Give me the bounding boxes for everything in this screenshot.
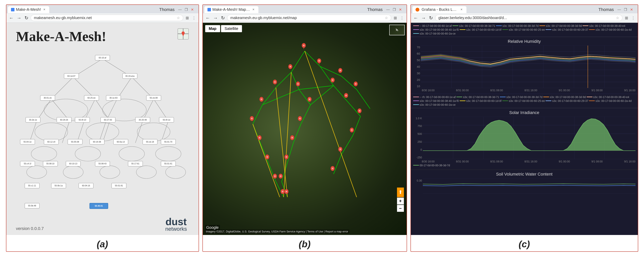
svg-line-8 [73,77,95,99]
tab-close-b[interactable]: × [252,7,255,12]
address-bar-a[interactable]: makeamesh.eu-gb.mybluemix.net ☆ [31,15,183,21]
svg-rect-53 [26,117,40,122]
bookmark-icon-b[interactable]: ⊞ [393,15,398,21]
grafana-legend-mid: -- rh: 00-17-0d-00-00-60-1e-af s3x: 00-1… [411,94,638,108]
browser-chrome-b: Make-A-Mesh! Map - 3l... × Thomas — ❐ ✕ … [203,5,407,23]
svg-rect-61 [135,117,150,122]
maximize-btn-a[interactable]: ❐ [184,7,189,12]
legend-mid-0: -- rh: 00-17-0d-00-00-60-1e-af [413,96,456,98]
back-btn-a[interactable]: ← [8,14,14,22]
tab-b[interactable]: Make-A-Mesh! Map - 3l... × [204,6,258,13]
legend-label-0: -- 00-17-0d-00-00-60-1e-af [420,24,452,28]
forward-btn-c[interactable]: → [420,14,427,22]
svg-rect-75 [142,139,157,144]
svg-text:55-0f-1d: 55-0f-1d [163,119,170,121]
svg-text:60-27-93: 60-27-93 [104,119,112,121]
svg-line-5 [73,59,102,77]
address-bar-c[interactable]: glaser.berkeley.edu:3000/dashboard/d... … [435,15,622,21]
svg-point-136 [303,44,304,46]
legend-color-0 [413,26,419,26]
svg-point-158 [260,98,262,100]
close-btn-c[interactable]: ✕ [629,7,634,12]
svg-rect-95 [78,183,93,188]
user-name-a: Thomas [159,7,174,12]
legend-item-9: s3x: 00-17-0d-00-00-60-2a-4d [589,28,632,31]
svg-point-166 [351,129,352,130]
menu-icon-b[interactable]: ⋮ [399,15,405,21]
svg-line-16 [142,99,154,121]
tab-close-a[interactable]: × [43,7,46,12]
back-btn-b[interactable]: ← [205,14,211,22]
zoom-in-btn[interactable]: + [397,198,404,204]
map-icon-a [177,28,189,42]
back-btn-c[interactable]: ← [413,14,419,22]
legend-mid-label-5: s3x: 00-17-0d-00-00-38-40-1a-f0 [420,99,459,102]
svg-line-134 [253,124,280,197]
svg-point-164 [299,118,301,119]
legend-mid-color-8 [546,100,551,101]
svg-text:55-01-81: 55-01-81 [115,184,123,187]
svg-point-184 [282,190,283,192]
reload-btn-b[interactable]: ↻ [220,14,226,22]
satellite-btn[interactable]: Satellite [221,25,242,32]
legend-item-1: s3x: 00-17-0d-00-00-38-3d-71 [452,24,495,28]
legend-mid-6: s3x: 00-17-0d-00-00-60-1d-0f [460,99,502,102]
minimize-btn-b[interactable]: — [386,7,391,12]
menu-icon-a[interactable]: ⋮ [191,15,197,21]
bookmark-icon-a[interactable]: ⊞ [185,15,190,21]
svg-line-9 [117,77,132,99]
minimize-btn-c[interactable]: — [616,7,622,12]
zoom-out-btn[interactable]: − [397,205,404,212]
panel-b-content: Map Satellite 🛰 [203,23,407,235]
svg-point-152 [297,83,299,84]
svg-rect-49 [106,95,120,100]
tab-c[interactable]: Grafana - Bucks Lake × [412,6,466,13]
dust-logo-main: dust [165,216,187,228]
svg-text:55-0b-48: 55-0b-48 [28,205,36,207]
svg-text:55-01-61: 55-01-61 [164,163,172,165]
legend-item-8: s3x: 00-17-0d-00-00-60-29-37 [546,28,588,31]
minimize-btn-a[interactable]: — [177,7,183,12]
user-name-b: Thomas [367,7,382,12]
panel-a: Make-A-Mesh! × Thomas — ❐ ✕ ← → ↻ makeam… [6,4,199,252]
legend-item-4: s3x: 00-17-0d-00-00-38-40-e4 [583,24,625,28]
svg-text:60-25-ee: 60-25-ee [88,97,96,99]
legend-label-10: s3x: 00-17-0d-00-00-60-2a-ce [420,32,456,35]
forward-btn-a[interactable]: → [16,14,22,22]
reload-btn-a[interactable]: ↻ [24,14,29,22]
star-icon-c[interactable]: ☆ [616,16,619,20]
chart3-area [423,178,636,194]
address-bar-row-c: ← → ↻ glaser.berkeley.edu:3000/dashboard… [411,13,638,22]
map-btn[interactable]: Map [205,25,220,32]
chart2-container: Solar Irradiance 1.0 K 750 500 250 0 -25… [411,108,638,170]
legend-label-6: s3x: 00-17-0d-00-00-60-1d-0f [466,28,502,31]
zoom-handle[interactable]: ⬆ [397,188,404,197]
tab-close-c[interactable]: × [460,7,463,12]
legend-color-8 [546,29,551,30]
star-icon-b[interactable]: ☆ [385,16,388,20]
svg-line-14 [95,99,110,121]
maximize-btn-b[interactable]: ❐ [392,7,397,12]
forward-btn-b[interactable]: → [212,14,219,22]
maximize-btn-c[interactable]: ❐ [623,7,628,12]
legend-item-5: s3x: 00-17-0d-00-00-38-40-1a-f0 [413,28,459,31]
tab-a[interactable]: Make-A-Mesh! × [8,6,50,13]
svg-line-117 [353,116,360,136]
svg-point-154 [345,94,347,96]
star-icon-a[interactable]: ☆ [177,16,180,20]
panel-b: Make-A-Mesh! Map - 3l... × Thomas — ❐ ✕ … [202,4,407,252]
reload-btn-c[interactable]: ↻ [428,14,434,22]
chart2-legend-color [413,165,419,166]
close-btn-b[interactable]: ✕ [398,7,403,12]
svg-line-109 [334,86,347,101]
menu-icon-c[interactable]: ⋮ [630,15,636,21]
address-bar-b[interactable]: makeamesh.eu-gb.mybluemix.net/map ☆ [227,15,391,21]
bookmark-icon-c[interactable]: ⊞ [624,15,629,21]
svg-text:60-29-26: 60-29-26 [60,119,68,121]
svg-rect-71 [90,139,104,144]
close-btn-a[interactable]: ✕ [190,7,195,12]
panel-a-label: (a) [6,235,198,251]
svg-rect-39 [95,55,110,60]
svg-text:60-16-af: 60-16-af [98,56,106,59]
svg-point-38 [166,166,186,178]
